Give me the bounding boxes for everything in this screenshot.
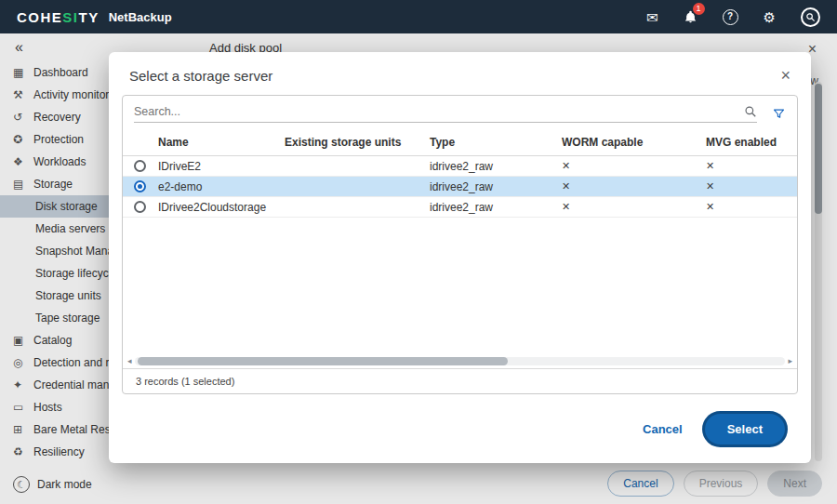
table-row[interactable]: IDrivee2Cloudstorage idrivee2_raw ✕ ✕ xyxy=(123,197,797,218)
select-storage-server-dialog: Select a storage server × Name Existing … xyxy=(109,52,811,463)
search-avatar-icon[interactable] xyxy=(801,7,820,27)
cell-worm-capable-x-icon: ✕ xyxy=(562,160,706,172)
help-icon[interactable]: ? xyxy=(723,9,738,25)
cell-mvg-enabled-x-icon: ✕ xyxy=(706,160,786,172)
table-header-row: Name Existing storage units Type WORM ca… xyxy=(123,128,797,156)
horizontal-scrollbar-thumb[interactable] xyxy=(138,357,509,365)
message-icon[interactable]: ✉ xyxy=(646,10,658,24)
cell-mvg-enabled-x-icon: ✕ xyxy=(706,180,786,192)
column-header-type: Type xyxy=(430,136,562,149)
scroll-right-arrow-icon[interactable]: ▸ xyxy=(788,357,792,365)
dialog-footer: Cancel Select xyxy=(109,394,811,463)
cell-worm-capable-x-icon: ✕ xyxy=(562,201,706,213)
settings-gear-icon[interactable]: ⚙ xyxy=(764,10,776,24)
horizontal-scrollbar: ◂ ▸ xyxy=(123,354,797,368)
filter-funnel-icon[interactable] xyxy=(772,107,786,121)
column-header-name: Name xyxy=(158,136,285,149)
cell-name: IDrivee2Cloudstorage xyxy=(158,201,285,214)
column-header-worm-capable: WORM capable xyxy=(562,136,706,149)
cell-name: IDriveE2 xyxy=(158,160,285,173)
cell-mvg-enabled-x-icon: ✕ xyxy=(706,201,786,213)
dialog-close-icon[interactable]: × xyxy=(780,67,790,84)
cohesity-netbackup-logo: COHESITY NetBackup xyxy=(17,9,172,25)
search-row xyxy=(123,96,797,128)
storage-server-table-panel: Name Existing storage units Type WORM ca… xyxy=(122,95,798,394)
table-empty-space xyxy=(123,218,797,354)
notification-badge: 1 xyxy=(693,3,705,15)
search-icon[interactable] xyxy=(744,105,757,118)
cell-type: idrivee2_raw xyxy=(430,180,562,193)
records-count-status: 3 records (1 selected) xyxy=(123,368,797,393)
table-row[interactable]: IDriveE2 idrivee2_raw ✕ ✕ xyxy=(123,156,797,177)
product-name: NetBackup xyxy=(109,10,172,24)
notifications-bell-icon[interactable]: 1 xyxy=(684,9,698,24)
dialog-header: Select a storage server × xyxy=(109,52,811,91)
horizontal-scrollbar-track[interactable] xyxy=(135,357,786,365)
search-field xyxy=(134,105,757,123)
topbar: COHESITY NetBackup ✉ 1 ? ⚙ xyxy=(0,0,837,33)
topbar-icons: ✉ 1 ? ⚙ xyxy=(646,7,820,27)
cell-type: idrivee2_raw xyxy=(430,160,562,173)
app-window: COHESITY NetBackup ✉ 1 ? ⚙ « ▦ Dashboard xyxy=(0,0,837,504)
cell-worm-capable-x-icon: ✕ xyxy=(562,180,706,192)
dialog-select-button[interactable]: Select xyxy=(705,414,785,444)
scroll-left-arrow-icon[interactable]: ◂ xyxy=(127,357,132,365)
dialog-title: Select a storage server xyxy=(129,68,272,84)
column-header-mvg-enabled: MVG enabled xyxy=(706,136,786,149)
row-radio-button[interactable] xyxy=(134,201,146,213)
row-radio-button[interactable] xyxy=(134,180,146,192)
table-row-selected[interactable]: e2-demo idrivee2_raw ✕ ✕ xyxy=(123,177,797,197)
search-input[interactable] xyxy=(134,105,737,118)
column-header-existing-storage-units: Existing storage units xyxy=(285,136,430,149)
row-radio-button[interactable] xyxy=(134,160,146,172)
cell-type: idrivee2_raw xyxy=(430,201,562,214)
brand-text: COHESITY xyxy=(17,9,100,25)
cell-name: e2-demo xyxy=(158,180,285,193)
dialog-cancel-button[interactable]: Cancel xyxy=(643,422,683,436)
